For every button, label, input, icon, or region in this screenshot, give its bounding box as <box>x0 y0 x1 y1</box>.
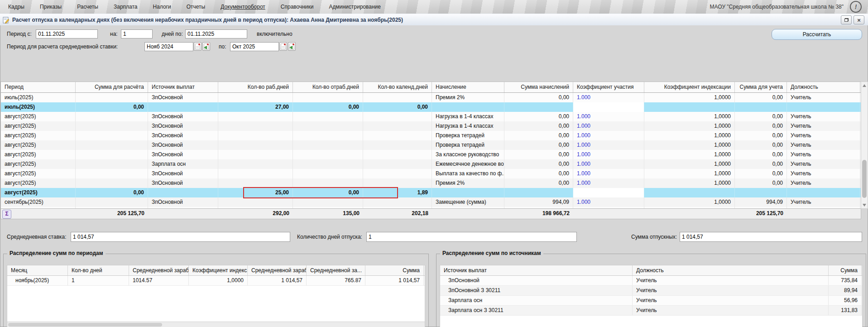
total-source <box>148 209 218 219</box>
table-row[interactable]: август(2025)ЗпОсновнойПроверка тетрадей0… <box>1 140 861 150</box>
vertical-scrollbar[interactable] <box>861 82 868 209</box>
column-header-accrual-sum[interactable]: Сумма начислений <box>504 82 573 92</box>
calendar-pick-icon[interactable] <box>288 42 296 51</box>
cell-participation-coef[interactable]: 1.000 <box>573 93 644 102</box>
cell-participation-coef[interactable]: 1.000 <box>573 178 644 188</box>
calculate-button[interactable]: Рассчитать <box>772 29 862 40</box>
menu-item-1[interactable]: Кадры <box>8 4 24 10</box>
column-header-worked-days[interactable]: Кол-во отраб.дней <box>293 82 363 92</box>
menu-item-4[interactable]: Зарплата <box>114 4 138 10</box>
periods-column-header-2[interactable]: Среднедневной зараб... <box>129 265 189 275</box>
sources-row[interactable]: ЗпОсновной З 30211Учитель89,94 <box>440 286 862 296</box>
column-header-period[interactable]: Период <box>1 82 76 92</box>
sources-row[interactable]: ЗпОсновнойУчитель735,84 <box>440 276 862 286</box>
cell-indexation-coef: 1,0000 <box>644 131 735 140</box>
periods-column-header-1[interactable]: Кол-во дней <box>68 265 129 275</box>
periods-row[interactable]: ноябрь(2025)11014.571,00001 014,57765.87… <box>7 276 425 286</box>
sources-cell-2: 735,84 <box>829 276 862 285</box>
cell-period: август(2025) <box>1 159 76 169</box>
accruals-table: ПериодСумма для расчётаИсточник выплатКо… <box>0 82 861 219</box>
app-window: КадрыПриказыРасчетыЗарплатаНалогиОтчетыД… <box>0 0 868 327</box>
table-row[interactable]: август(2025)Зарплата оснЕжемесячное дене… <box>1 159 861 169</box>
avg-period-to-input[interactable] <box>230 42 279 51</box>
calendar-icon[interactable] <box>194 42 201 51</box>
cell-participation-coef[interactable]: 1.000 <box>573 197 644 207</box>
scrollbar-thumb[interactable] <box>8 323 162 327</box>
scroll-down-icon[interactable] <box>861 202 868 208</box>
organization-name: МАОУ "Средняя общеобразовательная школа … <box>710 4 844 10</box>
scrollbar-thumb[interactable] <box>862 160 867 198</box>
periods-column-header-4[interactable]: Среднедневной зараб... <box>248 265 307 275</box>
menu-item-3[interactable]: Расчеты <box>77 4 98 10</box>
sources-row[interactable]: Зарплата осн З 30211Учитель131,83 <box>440 306 862 316</box>
calendar-pick-icon[interactable] <box>202 42 210 51</box>
sources-column-header-2[interactable]: Сумма <box>829 265 862 275</box>
column-header-accrual[interactable]: Начисление <box>432 82 504 92</box>
table-row[interactable]: август(2025)ЗпОсновнойЗа классное руково… <box>1 150 861 159</box>
sigma-totals-button[interactable]: Σ <box>2 210 11 219</box>
column-header-position[interactable]: Должность <box>787 82 860 92</box>
main-menu-bar: КадрыПриказыРасчетыЗарплатаНалогиОтчетыД… <box>0 0 868 14</box>
sources-cell-2: 56,96 <box>829 296 862 305</box>
sources-row[interactable]: Зарплата оснУчитель56,96 <box>440 296 862 306</box>
cell-source: Зарплата осн <box>148 159 218 169</box>
cell-worked-days: 0,00 <box>293 102 363 112</box>
periods-column-header-0[interactable]: Месяц <box>7 265 68 275</box>
column-header-work-days[interactable]: Кол-во раб.дней <box>218 82 293 92</box>
cell-position: Учитель <box>787 169 860 178</box>
horizontal-scrollbar[interactable] <box>7 322 425 327</box>
table-row[interactable]: август(2025)0,0025,000,001,89 <box>1 188 861 197</box>
periods-column-header-5[interactable]: Среднедневной за... <box>307 265 365 275</box>
column-header-indexation-coef[interactable]: Коэффициент индексации <box>644 82 735 92</box>
avg-period-from-input[interactable] <box>144 42 193 51</box>
period-from-input[interactable] <box>36 29 98 38</box>
table-row[interactable]: сентябрь(2025)ЗпОсновнойЗамещение (сумма… <box>1 197 861 207</box>
table-row[interactable]: август(2025)ЗпОсновнойПроверка тетрадей0… <box>1 131 861 140</box>
table-row[interactable]: август(2025)ЗпОсновнойВыплата за качеств… <box>1 169 861 178</box>
menu-item-8[interactable]: Справочники <box>281 4 314 10</box>
vacation-sum-input[interactable] <box>680 232 862 242</box>
days-count-input[interactable] <box>121 29 153 38</box>
restore-window-button[interactable] <box>841 15 852 24</box>
cell-participation-coef[interactable]: 1.000 <box>573 169 644 178</box>
menu-item-5[interactable]: Налоги <box>153 4 171 10</box>
menu-item-7[interactable]: Документооборот <box>221 4 265 10</box>
periods-column-header-3[interactable]: Коэффициент индекс... <box>189 265 248 275</box>
avg-daily-rate-input[interactable] <box>71 232 290 242</box>
cell-source <box>148 102 218 112</box>
menu-item-2[interactable]: Приказы <box>40 4 62 10</box>
table-row[interactable]: август(2025)ЗпОсновнойПремия 2%0,001.000… <box>1 178 861 188</box>
cell-participation-coef[interactable]: 1.000 <box>573 131 644 140</box>
restore-icon <box>844 18 849 22</box>
menu-item-9[interactable]: Администрирование <box>329 4 381 10</box>
table-row[interactable]: август(2025)ЗпОсновнойНагрузка в 1-4 кла… <box>1 112 861 121</box>
for-label: на: <box>110 31 118 37</box>
column-header-source[interactable]: Источник выплат <box>148 82 218 92</box>
total-accrual-sum: 198 966,72 <box>504 209 573 219</box>
column-header-calendar-days[interactable]: Кол-во календ.дней <box>363 82 432 92</box>
cell-participation-coef[interactable]: 1.000 <box>573 112 644 121</box>
document-title-bar: Расчет отпуска в календарных днях (без в… <box>0 14 868 26</box>
period-to-input[interactable] <box>185 29 247 38</box>
table-row[interactable]: июль(2025)0,0027,000,000,00 <box>1 102 861 112</box>
close-window-button[interactable]: × <box>854 15 864 24</box>
table-row[interactable]: июль(2025)ЗпОсновнойПремия 2%0,001.0001,… <box>1 93 861 102</box>
column-header-account-sum[interactable]: Сумма для учета <box>735 82 787 92</box>
sources-column-header-1[interactable]: Должность <box>633 265 829 275</box>
cell-indexation-coef: 1,0000 <box>644 197 735 207</box>
cell-participation-coef[interactable]: 1.000 <box>573 140 644 150</box>
scroll-up-icon[interactable] <box>861 82 868 89</box>
column-header-participation-coef[interactable]: Коэффициент участия <box>573 82 644 92</box>
cell-participation-coef[interactable]: 1.000 <box>573 150 644 159</box>
table-row[interactable]: август(2025)ЗпОсновнойНагрузка в 1-4 кла… <box>1 121 861 131</box>
cell-position: Учитель <box>787 140 860 150</box>
cell-participation-coef[interactable]: 1.000 <box>573 121 644 131</box>
vacation-days-input[interactable] <box>366 232 577 242</box>
menu-item-6[interactable]: Отчеты <box>187 4 205 10</box>
periods-column-header-6[interactable]: Сумма <box>365 265 424 275</box>
sources-column-header-0[interactable]: Источник выплат <box>440 265 633 275</box>
column-header-calc-sum[interactable]: Сумма для расчёта <box>76 82 148 92</box>
info-icon[interactable]: ! <box>850 1 862 13</box>
calendar-icon[interactable] <box>279 42 287 51</box>
cell-participation-coef[interactable]: 1.000 <box>573 159 644 169</box>
